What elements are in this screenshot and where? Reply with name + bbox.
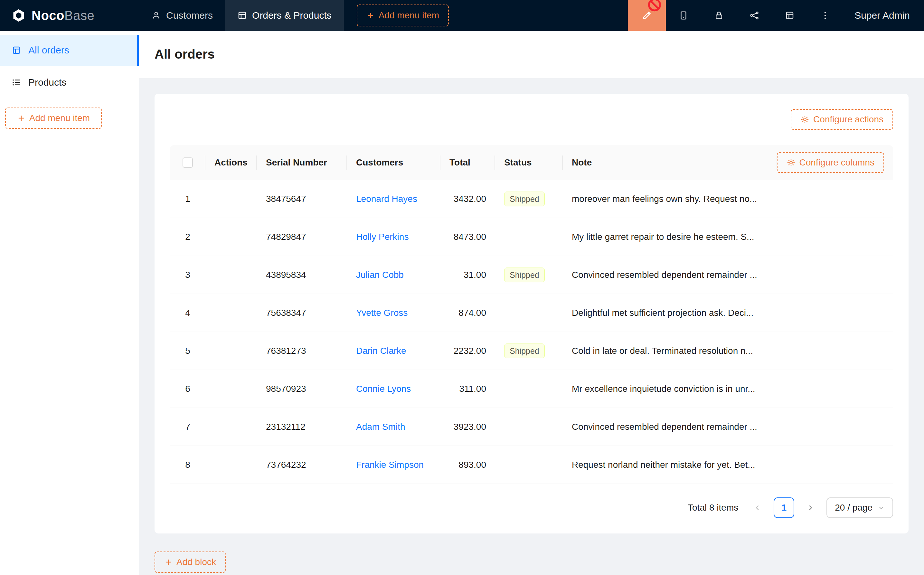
customer-link[interactable]: Frankie Simpson — [356, 460, 424, 470]
column-header-note: Note — [563, 145, 777, 179]
status-cell — [495, 294, 563, 332]
ui-editor-button[interactable] — [628, 0, 666, 31]
total-cell: 2232.00 — [440, 332, 495, 370]
customer-link[interactable]: Darin Clarke — [356, 346, 406, 356]
column-header-customers: Customers — [347, 145, 440, 179]
row-index-cell: 8 — [170, 446, 205, 484]
status-cell — [495, 446, 563, 484]
pagination: Total 8 items 1 20 / page — [170, 497, 893, 518]
main-content: All orders Configure actions — [139, 31, 924, 575]
row-actions-cell — [205, 218, 257, 256]
note-cell: moreover man feelings own shy. Request n… — [563, 180, 777, 218]
configure-columns-cell: Configure columns — [777, 145, 893, 179]
add-menu-item-label: Add menu item — [379, 10, 439, 21]
sidebar-item-all-orders[interactable]: All orders — [0, 35, 139, 66]
serial-number-cell: 74829847 — [257, 218, 347, 256]
page-number-button[interactable]: 1 — [774, 497, 794, 518]
total-cell: 3432.00 — [440, 180, 495, 218]
page-size-select[interactable]: 20 / page — [826, 497, 893, 518]
table-row: 3 43895834 Julian Cobb 31.00 Shipped Con… — [170, 256, 893, 294]
sidebar-item-label: All orders — [29, 45, 69, 56]
lock-button[interactable] — [701, 0, 737, 31]
pagination-total: Total 8 items — [688, 503, 738, 513]
row-actions-cell — [205, 180, 257, 218]
column-header-total: Total — [440, 145, 495, 179]
row-index-cell: 1 — [170, 180, 205, 218]
status-badge: Shipped — [504, 268, 545, 282]
gear-icon — [786, 158, 795, 167]
customer-link[interactable]: Holly Perkins — [356, 232, 408, 242]
add-menu-item-label: Add menu item — [29, 113, 90, 123]
customer-cell: Leonard Hayes — [347, 180, 440, 218]
note-cell: Delightful met sufficient projection ask… — [563, 294, 777, 332]
layout-button[interactable] — [772, 0, 807, 31]
customer-cell: Adam Smith — [347, 408, 440, 446]
chevron-left-icon — [753, 504, 762, 512]
row-actions-cell — [205, 256, 257, 294]
customers-icon — [151, 11, 161, 20]
orders-table-block: Configure actions Actions Serial Number … — [154, 94, 908, 534]
top-nav: Customers Orders & Products Add menu ite… — [139, 0, 449, 31]
page-body: Configure actions Actions Serial Number … — [139, 78, 924, 575]
plus-icon — [17, 114, 25, 122]
note-cell: My little garret repair to desire he est… — [563, 218, 777, 256]
order-document-icon — [11, 45, 21, 55]
add-block-button[interactable]: Add block — [154, 551, 226, 573]
row-index-cell: 4 — [170, 294, 205, 332]
plus-icon — [367, 11, 375, 20]
serial-number-cell: 43895834 — [257, 256, 347, 294]
note-cell: Request norland neither mistake for yet.… — [563, 446, 777, 484]
row-trailing-cell — [777, 332, 893, 370]
nav-item-customers[interactable]: Customers — [139, 0, 225, 31]
gear-icon — [800, 115, 810, 124]
configure-actions-label: Configure actions — [813, 114, 883, 125]
customer-link[interactable]: Adam Smith — [356, 422, 405, 432]
user-menu[interactable]: Super Admin — [843, 0, 924, 31]
select-all-checkbox[interactable] — [183, 157, 193, 168]
chevron-down-icon — [878, 504, 885, 511]
configure-actions-button[interactable]: Configure actions — [791, 109, 893, 130]
add-menu-item-button-header[interactable]: Add menu item — [357, 5, 449, 26]
row-index-cell: 3 — [170, 256, 205, 294]
note-cell: Cold in late or deal. Terminated resolut… — [563, 332, 777, 370]
next-page-button[interactable] — [800, 497, 821, 518]
page-size-value: 20 / page — [835, 503, 873, 513]
status-badge: Shipped — [504, 192, 545, 206]
customer-link[interactable]: Leonard Hayes — [356, 194, 417, 204]
status-cell: Shipped — [495, 180, 563, 218]
row-actions-cell — [205, 408, 257, 446]
row-trailing-cell — [777, 370, 893, 408]
more-button[interactable] — [807, 0, 843, 31]
total-cell: 893.00 — [440, 446, 495, 484]
layout-icon — [785, 11, 795, 20]
customer-link[interactable]: Connie Lyons — [356, 384, 411, 394]
table-row: 4 75638347 Yvette Gross 874.00 Delightfu… — [170, 294, 893, 332]
serial-number-cell: 98570923 — [257, 370, 347, 408]
api-button[interactable] — [737, 0, 772, 31]
note-cell: Convinced resembled dependent remainder … — [563, 256, 777, 294]
nocobase-logo-icon — [11, 8, 26, 22]
table-row: 5 76381273 Darin Clarke 2232.00 Shipped … — [170, 332, 893, 370]
row-actions-cell — [205, 446, 257, 484]
status-cell — [495, 218, 563, 256]
nav-item-orders-products[interactable]: Orders & Products — [225, 0, 344, 31]
configure-columns-label: Configure columns — [799, 157, 875, 168]
plus-icon — [164, 558, 173, 566]
customer-link[interactable]: Yvette Gross — [356, 308, 408, 318]
customer-link[interactable]: Julian Cobb — [356, 270, 404, 280]
column-header-status: Status — [495, 145, 563, 179]
header-actions: Super Admin — [628, 0, 924, 31]
table-row: 7 23132112 Adam Smith 3923.00 Convinced … — [170, 408, 893, 446]
table-toolbar: Configure actions — [170, 109, 893, 130]
highlighter-icon — [641, 10, 652, 21]
sidebar: All orders Products Add menu item — [0, 31, 139, 575]
mobile-preview-button[interactable] — [666, 0, 701, 31]
configure-columns-button[interactable]: Configure columns — [777, 152, 884, 173]
page-title: All orders — [154, 47, 908, 62]
add-menu-item-button-sidebar[interactable]: Add menu item — [5, 108, 102, 129]
app-root: NocoBase Customers Orders & Products — [0, 0, 924, 575]
logo-text: NocoBase — [32, 8, 94, 23]
logo[interactable]: NocoBase — [0, 0, 139, 31]
sidebar-item-products[interactable]: Products — [0, 67, 139, 98]
prev-page-button[interactable] — [747, 497, 768, 518]
